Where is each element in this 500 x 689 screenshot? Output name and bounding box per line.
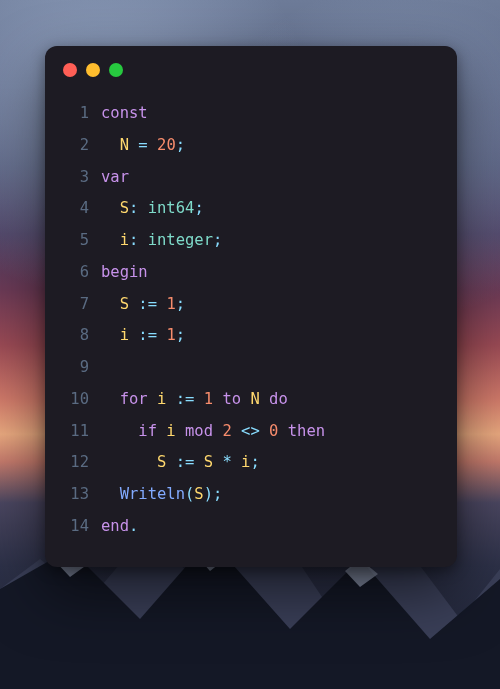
- token-id: i: [120, 231, 129, 249]
- token-num: 1: [166, 295, 175, 313]
- token-pl: [176, 422, 185, 440]
- token-op: ;: [176, 326, 185, 344]
- code-text[interactable]: i: integer;: [101, 225, 439, 257]
- code-line[interactable]: 12 S := S * i;: [59, 447, 439, 479]
- code-text[interactable]: S: int64;: [101, 193, 439, 225]
- token-kw: if: [138, 422, 157, 440]
- token-pl: [101, 485, 120, 503]
- token-pl: [148, 136, 157, 154]
- code-text[interactable]: const: [101, 98, 439, 130]
- code-text[interactable]: end.: [101, 511, 439, 543]
- code-line[interactable]: 8 i := 1;: [59, 320, 439, 352]
- code-text[interactable]: for i := 1 to N do: [101, 384, 439, 416]
- line-number: 11: [59, 416, 89, 448]
- token-op: ;: [213, 485, 222, 503]
- token-pl: [157, 422, 166, 440]
- code-text[interactable]: Writeln(S);: [101, 479, 439, 511]
- code-line[interactable]: 11 if i mod 2 <> 0 then: [59, 416, 439, 448]
- token-op: :: [129, 231, 138, 249]
- token-pl: [129, 136, 138, 154]
- line-number: 5: [59, 225, 89, 257]
- token-pl: [157, 326, 166, 344]
- code-line[interactable]: 3var: [59, 162, 439, 194]
- line-number: 9: [59, 352, 89, 384]
- code-line[interactable]: 14end.: [59, 511, 439, 543]
- code-line[interactable]: 13 Writeln(S);: [59, 479, 439, 511]
- code-line[interactable]: 1const: [59, 98, 439, 130]
- line-number: 1: [59, 98, 89, 130]
- token-kw: mod: [185, 422, 213, 440]
- token-op: :: [129, 199, 138, 217]
- line-number: 7: [59, 289, 89, 321]
- token-kw: begin: [101, 263, 148, 281]
- token-op: :=: [138, 326, 157, 344]
- token-pl: [101, 199, 120, 217]
- token-op: ;: [250, 453, 259, 471]
- token-pl: [213, 390, 222, 408]
- code-text[interactable]: if i mod 2 <> 0 then: [101, 416, 439, 448]
- token-kw: end: [101, 517, 129, 535]
- token-op: :=: [138, 295, 157, 313]
- token-op: *: [222, 453, 231, 471]
- token-pl: [101, 453, 157, 471]
- token-pl: [138, 199, 147, 217]
- token-pl: [101, 136, 120, 154]
- token-pl: [260, 422, 269, 440]
- token-op: <>: [241, 422, 260, 440]
- token-pl: [129, 326, 138, 344]
- code-line[interactable]: 7 S := 1;: [59, 289, 439, 321]
- token-pl: [260, 390, 269, 408]
- token-pl: [101, 231, 120, 249]
- token-op: :=: [176, 390, 195, 408]
- code-line[interactable]: 2 N = 20;: [59, 130, 439, 162]
- token-kw: to: [222, 390, 241, 408]
- code-text[interactable]: begin: [101, 257, 439, 289]
- window-close-button[interactable]: [63, 63, 77, 77]
- code-line[interactable]: 10 for i := 1 to N do: [59, 384, 439, 416]
- token-pl: [129, 295, 138, 313]
- token-id: i: [157, 390, 166, 408]
- token-ty: int64: [148, 199, 195, 217]
- window-minimize-button[interactable]: [86, 63, 100, 77]
- token-pl: [138, 231, 147, 249]
- code-text[interactable]: N = 20;: [101, 130, 439, 162]
- window-titlebar[interactable]: [45, 46, 457, 94]
- line-number: 3: [59, 162, 89, 194]
- token-fn: Writeln: [120, 485, 185, 503]
- line-number: 14: [59, 511, 89, 543]
- token-pl: [148, 390, 157, 408]
- code-text[interactable]: var: [101, 162, 439, 194]
- token-pl: [166, 453, 175, 471]
- token-id: S: [120, 295, 129, 313]
- token-ty: integer: [148, 231, 213, 249]
- token-id: i: [166, 422, 175, 440]
- token-id: i: [120, 326, 129, 344]
- code-line[interactable]: 5 i: integer;: [59, 225, 439, 257]
- token-op: =: [138, 136, 147, 154]
- token-kw: const: [101, 104, 148, 122]
- code-text[interactable]: i := 1;: [101, 320, 439, 352]
- code-window: 1const2 N = 20;3var4 S: int64;5 i: integ…: [45, 46, 457, 567]
- code-line[interactable]: 6begin: [59, 257, 439, 289]
- window-zoom-button[interactable]: [109, 63, 123, 77]
- token-pl: [232, 422, 241, 440]
- code-line[interactable]: 9: [59, 352, 439, 384]
- token-pl: [101, 358, 110, 376]
- token-op: ;: [176, 295, 185, 313]
- token-op: .: [129, 517, 138, 535]
- code-editor[interactable]: 1const2 N = 20;3var4 S: int64;5 i: integ…: [45, 94, 457, 543]
- code-text[interactable]: S := 1;: [101, 289, 439, 321]
- token-pl: [213, 453, 222, 471]
- token-num: 20: [157, 136, 176, 154]
- code-line[interactable]: 4 S: int64;: [59, 193, 439, 225]
- code-text[interactable]: S := S * i;: [101, 447, 439, 479]
- line-number: 8: [59, 320, 89, 352]
- token-op: ;: [194, 199, 203, 217]
- token-op: ;: [213, 231, 222, 249]
- token-pl: [166, 390, 175, 408]
- token-id: S: [157, 453, 166, 471]
- token-id: N: [120, 136, 129, 154]
- code-text[interactable]: [101, 352, 439, 384]
- token-id: S: [120, 199, 129, 217]
- line-number: 10: [59, 384, 89, 416]
